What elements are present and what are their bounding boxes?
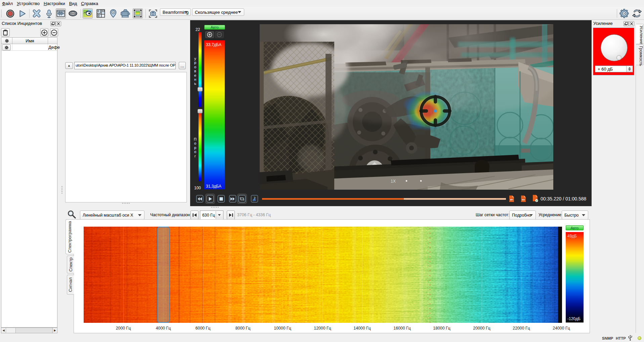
- svg-text:WAV: WAV: [522, 199, 525, 201]
- svg-text:1X: 1X: [391, 179, 396, 184]
- svg-text:MP4: MP4: [510, 199, 513, 201]
